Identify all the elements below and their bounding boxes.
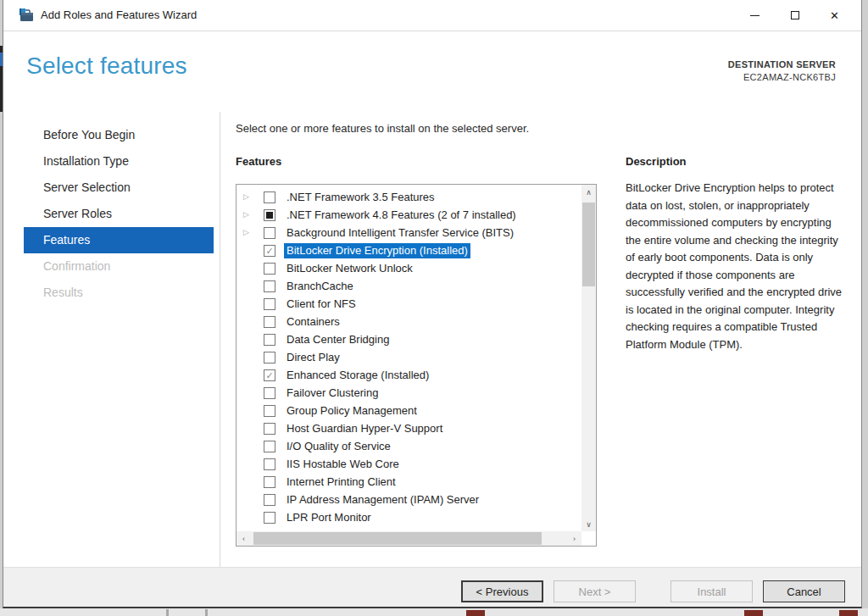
scroll-right-icon[interactable]: › (567, 531, 581, 546)
previous-button[interactable]: < Previous (461, 580, 543, 602)
feature-checkbox[interactable]: ✓ (264, 369, 275, 381)
feature-checkbox[interactable] (264, 494, 275, 506)
feature-label[interactable]: .NET Framework 3.5 Features (284, 190, 437, 205)
feature-checkbox[interactable] (264, 298, 275, 310)
feature-checkbox[interactable] (264, 316, 275, 328)
nav-item-label: Confirmation (43, 259, 110, 273)
feature-label[interactable]: Failover Clustering (284, 386, 381, 401)
expander-icon[interactable]: ▷ (243, 228, 253, 236)
feature-label[interactable]: Host Guardian Hyper-V Support (284, 421, 445, 436)
feature-row: ▷ ✓ Enhanced Storage (Installed) (236, 367, 581, 385)
features-list: ▷ .NET Framework 3.5 Features ▷ .NET Fra… (236, 189, 581, 530)
close-button[interactable]: ✕ (815, 0, 854, 31)
vertical-scrollbar[interactable]: ∧ ∨ (581, 185, 596, 531)
nav-item-server-selection[interactable]: Server Selection (24, 175, 214, 201)
titlebar: Add Roles and Features Wizard ✕ (3, 0, 861, 31)
feature-checkbox[interactable] (264, 191, 275, 203)
feature-checkbox[interactable] (264, 209, 275, 221)
window-title: Add Roles and Features Wizard (41, 8, 197, 21)
instruction-text: Select one or more features to install o… (236, 122, 529, 135)
feature-row: ▷ Group Policy Management (236, 402, 581, 420)
feature-row: ▷ BranchCache (236, 278, 581, 296)
feature-label[interactable]: Direct Play (284, 350, 342, 365)
feature-row: ▷ I/O Quality of Service (236, 438, 581, 456)
feature-checkbox[interactable]: ✓ (264, 245, 275, 257)
nav-item-before-you-begin[interactable]: Before You Begin (24, 122, 214, 148)
destination-server-label: DESTINATION SERVER (728, 59, 836, 69)
feature-checkbox[interactable] (264, 352, 275, 363)
nav-item-results: Results (24, 280, 214, 306)
feature-row: ▷ Internet Printing Client (236, 474, 581, 491)
expander-icon[interactable]: ▷ (243, 192, 253, 201)
server-manager-icon (19, 8, 34, 22)
minimize-icon (750, 15, 760, 16)
scroll-down-icon[interactable]: ∨ (581, 517, 596, 531)
feature-label[interactable]: Containers (284, 314, 342, 330)
nav-item-installation-type[interactable]: Installation Type (24, 148, 214, 175)
background-mark (466, 610, 485, 616)
feature-checkbox[interactable] (264, 334, 275, 346)
cancel-button[interactable]: Cancel (763, 580, 845, 602)
vertical-scrollbar-thumb[interactable] (582, 203, 595, 286)
feature-label[interactable]: Internet Printing Client (284, 474, 398, 490)
close-icon: ✕ (830, 10, 839, 21)
background-mark (839, 610, 858, 616)
feature-row: ▷ .NET Framework 4.8 Features (2 of 7 in… (236, 207, 581, 225)
feature-checkbox[interactable] (264, 405, 275, 417)
feature-label[interactable]: IIS Hostable Web Core (284, 457, 402, 472)
scroll-left-icon[interactable]: ‹ (236, 531, 251, 546)
feature-row: ▷ Direct Play (236, 349, 581, 367)
horizontal-scrollbar-thumb[interactable] (253, 532, 542, 545)
destination-server-block: DESTINATION SERVER EC2AMAZ-NCK6TBJ (728, 59, 836, 82)
feature-checkbox[interactable] (264, 227, 275, 239)
nav-item-label: Before You Begin (43, 128, 135, 142)
feature-checkbox[interactable] (264, 280, 275, 292)
feature-checkbox[interactable] (264, 458, 275, 470)
wizard-nav: Before You Begin Installation Type Serve… (24, 122, 214, 306)
background-mark (166, 609, 169, 616)
feature-row: ▷ LPR Port Monitor (236, 509, 581, 527)
feature-row: ▷ Containers (236, 314, 581, 331)
screen: Add Roles and Features Wizard ✕ Select f… (0, 0, 868, 616)
nav-item-label: Features (43, 233, 90, 247)
feature-label[interactable]: IP Address Management (IPAM) Server (284, 492, 481, 508)
feature-label[interactable]: Group Policy Management (284, 403, 420, 419)
feature-label[interactable]: Enhanced Storage (Installed) (284, 368, 431, 383)
nav-divider (220, 112, 220, 567)
feature-row: ▷ Client for NFS (236, 296, 581, 314)
feature-label[interactable]: LPR Port Monitor (284, 510, 374, 525)
feature-checkbox[interactable] (264, 423, 275, 435)
maximize-icon (791, 11, 799, 19)
feature-label[interactable]: Client for NFS (284, 297, 359, 312)
feature-label[interactable]: I/O Quality of Service (284, 439, 393, 454)
window-controls: ✕ (735, 0, 854, 31)
feature-label[interactable]: Data Center Bridging (284, 332, 392, 347)
minimize-button[interactable] (735, 0, 775, 31)
feature-checkbox[interactable] (264, 387, 275, 399)
nav-item-features[interactable]: Features (24, 227, 214, 253)
nav-item-server-roles[interactable]: Server Roles (24, 201, 214, 227)
footer: < PreviousNext >InstallCancel (3, 567, 861, 607)
feature-checkbox[interactable] (264, 263, 275, 275)
page-title: Select features (26, 53, 187, 80)
feature-label[interactable]: Background Intelligent Transfer Service … (284, 225, 516, 241)
feature-label[interactable]: BranchCache (284, 279, 356, 294)
feature-label[interactable]: BitLocker Network Unlock (284, 261, 415, 276)
feature-checkbox[interactable] (264, 512, 275, 524)
expander-icon[interactable]: ▷ (243, 210, 253, 219)
feature-row: ▷ BitLocker Network Unlock (236, 260, 581, 278)
feature-row: ▷ IIS Hostable Web Core (236, 456, 581, 474)
maximize-button[interactable] (775, 0, 815, 31)
feature-row: ▷ Background Intelligent Transfer Servic… (236, 225, 581, 242)
horizontal-scrollbar[interactable]: ‹ › (236, 531, 581, 546)
feature-label[interactable]: BitLocker Drive Encryption (Installed) (284, 243, 470, 258)
description-text: BitLocker Drive Encryption helps to prot… (626, 180, 844, 353)
feature-checkbox[interactable] (264, 441, 275, 452)
scroll-up-icon[interactable]: ∧ (581, 185, 596, 199)
feature-label[interactable]: .NET Framework 4.8 Features (2 of 7 inst… (284, 208, 519, 223)
feature-row: ▷ .NET Framework 3.5 Features (236, 189, 581, 207)
feature-row: ▷ ✓ BitLocker Drive Encryption (Installe… (236, 242, 581, 260)
feature-checkbox[interactable] (264, 476, 275, 488)
features-listbox: ▷ .NET Framework 3.5 Features ▷ .NET Fra… (236, 184, 597, 547)
next-button: Next > (554, 580, 636, 602)
